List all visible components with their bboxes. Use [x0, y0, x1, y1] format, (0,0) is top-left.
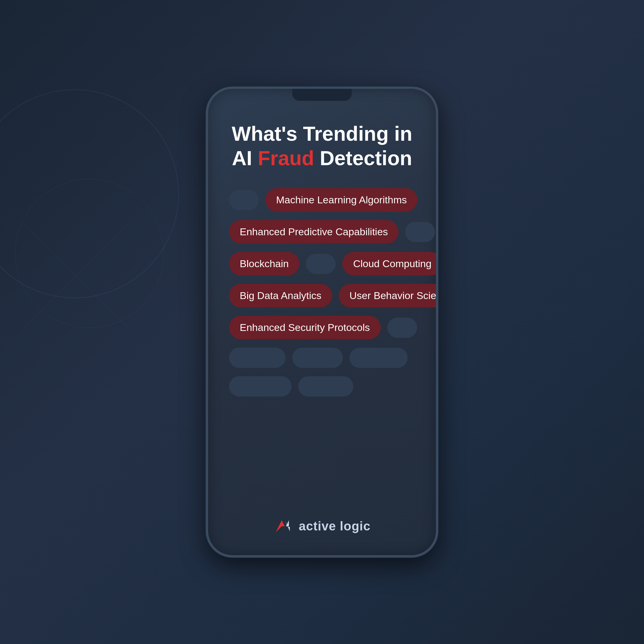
- title-line1: What's Trending in: [232, 122, 412, 146]
- bg-circle-1: [0, 89, 179, 298]
- tag-placeholder-6c: [349, 348, 408, 368]
- phone-screen: What's Trending in AI Fraud Detection Ma…: [208, 89, 436, 555]
- tag-placeholder-2b: [405, 222, 435, 242]
- tags-row-5: Enhanced Security Protocols: [229, 316, 415, 339]
- phone-button-right-top: [437, 184, 438, 208]
- phone-frame: What's Trending in AI Fraud Detection Ma…: [206, 86, 438, 558]
- tag-blockchain[interactable]: Blockchain: [229, 252, 299, 275]
- phone-notch: [292, 89, 352, 101]
- tag-cloud-computing[interactable]: Cloud Computing: [342, 252, 438, 275]
- svg-marker-2: [276, 520, 285, 532]
- title-fraud: Fraud: [258, 147, 314, 169]
- tag-security-protocols[interactable]: Enhanced Security Protocols: [229, 316, 381, 339]
- tag-placeholder-6b: [292, 348, 343, 368]
- brand-name: active logic: [299, 519, 371, 533]
- svg-line-1: [24, 224, 128, 328]
- bg-circle-2: [15, 179, 164, 328]
- tags-row-1: Machine Learning Algorithms: [229, 188, 415, 212]
- phone-wrapper: What's Trending in AI Fraud Detection Ma…: [206, 86, 438, 558]
- tag-big-data[interactable]: Big Data Analytics: [229, 284, 332, 307]
- tag-placeholder-7a: [229, 376, 292, 397]
- bg-x-lines: [24, 224, 128, 328]
- tag-user-behavior[interactable]: User Behavior Science: [339, 284, 438, 307]
- tags-section: Machine Learning Algorithms Enhanced Pre…: [226, 188, 418, 512]
- brand-section: active logic: [273, 518, 371, 540]
- tag-placeholder-3b: [306, 254, 336, 274]
- tags-row-3: Blockchain Cloud Computing: [229, 252, 415, 275]
- title-section: What's Trending in AI Fraud Detection: [232, 122, 412, 170]
- tag-placeholder-5b: [387, 318, 417, 338]
- tags-row-4: Big Data Analytics User Behavior Science: [229, 284, 415, 307]
- title-line2: AI Fraud Detection: [232, 146, 412, 171]
- tag-enhanced-predictive[interactable]: Enhanced Predictive Capabilities: [229, 220, 399, 244]
- tags-row-7: [229, 376, 415, 397]
- brand-logo: [273, 518, 293, 534]
- tag-placeholder-6a: [229, 348, 286, 368]
- active-logic-logo-icon: [273, 518, 293, 534]
- phone-button-right-bottom: [437, 217, 438, 241]
- svg-line-0: [24, 224, 128, 328]
- title-detection: Detection: [314, 147, 412, 169]
- tags-row-6: [229, 348, 415, 368]
- tags-row-2: Enhanced Predictive Capabilities: [229, 220, 415, 244]
- phone-button-left: [206, 193, 207, 229]
- tag-placeholder-7b: [298, 376, 353, 397]
- title-ai: AI: [232, 147, 258, 169]
- tag-machine-learning[interactable]: Machine Learning Algorithms: [265, 188, 417, 212]
- tag-placeholder-1a: [229, 190, 259, 210]
